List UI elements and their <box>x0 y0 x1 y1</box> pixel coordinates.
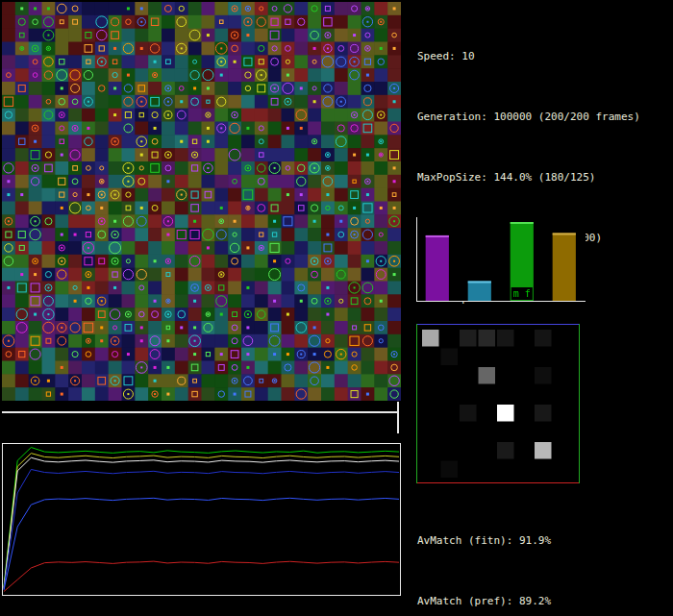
stat-avmatch-pref: AvMatch (pref): 89.2% <box>417 591 640 611</box>
history-curves-canvas <box>3 444 400 595</box>
stat-avmatch-fitn: AvMatch (fitn): 91.9% <box>417 530 640 551</box>
frame-progress-marker <box>397 402 399 433</box>
stat-speed: Speed: 10 <box>417 46 640 66</box>
stats-panel: Speed: 10 Generation: 100000 (200/200 fr… <box>417 6 640 616</box>
frame-progress-line <box>2 411 398 413</box>
population-bars-canvas <box>416 217 586 302</box>
interaction-matrix-canvas <box>416 324 580 483</box>
stat-maxpopsize: MaxPopSize: 144.0% (180/125) <box>417 167 640 187</box>
world-grid-canvas[interactable] <box>2 2 401 401</box>
history-curves-frame <box>2 443 401 596</box>
stat-generation: Generation: 100000 (200/200 frames) <box>417 107 640 127</box>
